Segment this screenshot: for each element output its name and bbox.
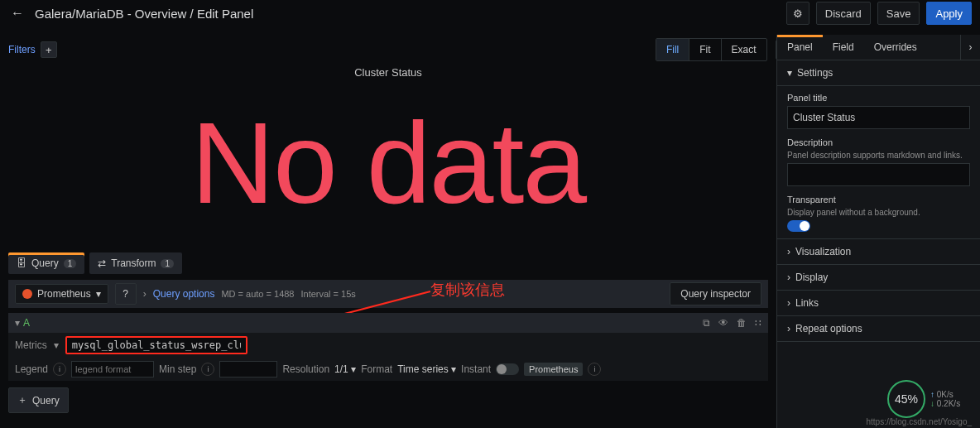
description-textarea[interactable] <box>787 163 970 186</box>
delete-query-icon[interactable]: 🗑 <box>737 317 747 329</box>
chevron-right-icon: › <box>787 272 790 283</box>
filters-label[interactable]: Filters <box>8 44 36 55</box>
format-select[interactable]: Time series ▾ <box>397 363 456 375</box>
copy-query-icon[interactable]: ⧉ <box>703 317 710 329</box>
toggle-visibility-icon[interactable]: 👁 <box>718 317 728 329</box>
add-query-button[interactable]: ＋ Query <box>8 387 69 413</box>
metrics-label: Metrics <box>15 339 47 351</box>
side-tab-panel[interactable]: Panel <box>777 35 823 60</box>
options-side-panel: Panel Field Overrides › ▾Settings Panel … <box>776 35 980 428</box>
datasource-tag-help-icon[interactable]: i <box>588 363 601 376</box>
description-sublabel: Panel description supports markdown and … <box>787 151 970 160</box>
settings-gear-icon[interactable]: ⚙ <box>786 2 809 25</box>
transparent-label: Transparent <box>787 195 970 204</box>
database-icon: 🗄 <box>17 257 26 269</box>
chevron-right-icon: › <box>787 323 790 334</box>
format-label: Format <box>361 363 392 375</box>
breadcrumb: Galera/MariaDB - Overview / Edit Panel <box>35 7 253 21</box>
chevron-down-icon: ▾ <box>787 67 792 79</box>
mode-fit[interactable]: Fit <box>689 39 721 60</box>
collapse-query-chevron[interactable]: ▾ <box>15 317 20 329</box>
minstep-help-icon[interactable]: i <box>201 363 214 376</box>
section-repeat-options[interactable]: ›Repeat options <box>777 316 980 342</box>
transparent-switch[interactable] <box>787 220 810 232</box>
section-display[interactable]: ›Display <box>777 265 980 291</box>
panel-preview-title: Cluster Status <box>8 63 768 79</box>
rate-gauge-widget: 45% ↑ 0K/s ↓ 0.2K/s <box>887 375 970 423</box>
chevron-right-icon: › <box>787 297 790 309</box>
transform-icon: ⇄ <box>98 257 106 269</box>
save-button[interactable]: Save <box>877 2 920 25</box>
section-settings[interactable]: ▾Settings <box>777 60 980 86</box>
query-interval-meta: Interval = 15s <box>300 289 355 299</box>
chevron-down-icon[interactable]: ▾ <box>54 339 59 351</box>
back-arrow-icon[interactable]: ← <box>8 6 26 21</box>
section-visualization[interactable]: ›Visualization <box>777 239 980 265</box>
legend-help-icon[interactable]: i <box>53 363 66 376</box>
query-count-badge: 1 <box>64 259 77 268</box>
minstep-input[interactable] <box>219 361 277 378</box>
query-inspector-button[interactable]: Query inspector <box>670 282 761 305</box>
instant-toggle[interactable] <box>496 363 519 375</box>
expand-options-chevron[interactable]: › <box>143 288 147 300</box>
section-links[interactable]: ›Links <box>777 291 980 316</box>
transform-count-badge: 1 <box>161 259 174 268</box>
plus-icon: ＋ <box>17 393 27 407</box>
resolution-label: Resolution <box>282 363 329 375</box>
discard-button[interactable]: Discard <box>816 2 871 25</box>
apply-button[interactable]: Apply <box>926 2 972 25</box>
no-data-message: No data <box>8 96 768 230</box>
datasource-help-icon[interactable]: ? <box>115 283 137 305</box>
description-label: Description <box>787 137 970 147</box>
legend-format-input[interactable] <box>71 361 154 378</box>
tab-transform[interactable]: ⇄ Transform 1 <box>89 252 182 274</box>
metrics-input[interactable] <box>65 336 247 354</box>
panel-preview: Cluster Status No data <box>8 63 768 245</box>
side-tab-overrides[interactable]: Overrides <box>864 35 927 60</box>
query-md-meta: MD = auto = 1488 <box>221 289 294 299</box>
minstep-label: Min step <box>159 363 196 375</box>
watermark-text: https://blog.csdn.net/Yosigo_ <box>867 417 973 426</box>
panel-title-input[interactable] <box>787 106 970 129</box>
tab-query[interactable]: 🗄 Query 1 <box>8 252 84 274</box>
datasource-row: Prometheus ▾ ? › Query options MD = auto… <box>8 280 768 308</box>
query-options-link[interactable]: Query options <box>153 288 215 300</box>
mode-fill[interactable]: Fill <box>656 39 689 60</box>
collapse-sidepanel-icon[interactable]: › <box>960 35 980 60</box>
transparent-sublabel: Display panel without a background. <box>787 208 970 217</box>
datasource-tag: Prometheus <box>524 363 583 376</box>
legend-label: Legend <box>15 363 48 375</box>
query-a-block: ▾ A ⧉ 👁 🗑 ∷ Metrics ▾ Legend i Min step … <box>8 313 768 381</box>
query-letter: A <box>23 317 30 329</box>
view-mode-group: Fill Fit Exact <box>656 38 767 61</box>
drag-handle-icon[interactable]: ∷ <box>755 317 761 329</box>
instant-label: Instant <box>461 363 491 375</box>
gauge-value: 45% <box>887 380 925 418</box>
chevron-down-icon: ▾ <box>96 288 101 300</box>
side-tab-field[interactable]: Field <box>823 35 864 60</box>
panel-title-label: Panel title <box>787 93 970 103</box>
datasource-picker[interactable]: Prometheus ▾ <box>15 284 108 304</box>
add-filter-button[interactable]: + <box>41 41 57 58</box>
prometheus-icon <box>22 289 32 299</box>
mode-exact[interactable]: Exact <box>722 39 766 60</box>
resolution-select[interactable]: 1/1 ▾ <box>334 363 356 375</box>
chevron-right-icon: › <box>787 246 790 257</box>
